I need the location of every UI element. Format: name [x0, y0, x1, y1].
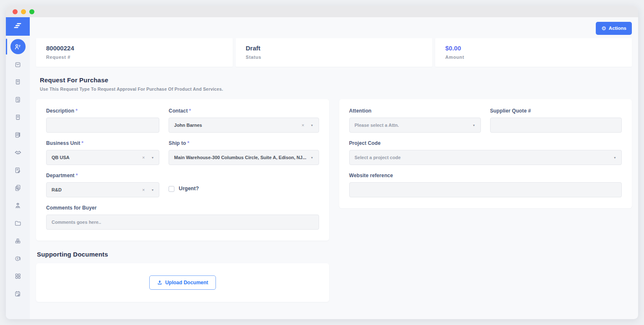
request-number-label: Request # — [46, 55, 223, 60]
request-number-value: 80000224 — [46, 45, 223, 52]
attention-label: Attention — [349, 108, 372, 114]
website-reference-label: Website reference — [349, 173, 393, 178]
chevron-down-icon[interactable]: ▼ — [613, 156, 616, 159]
document-edit-icon — [14, 166, 22, 174]
required-marker: * — [76, 173, 78, 178]
page-subtitle: Use This Request Type To Request Approva… — [40, 86, 628, 92]
department-select[interactable]: R&D × ▼ — [46, 182, 159, 197]
sidebar-item-inventory[interactable] — [6, 232, 30, 249]
comments-field: Comments for Buyer — [46, 205, 319, 230]
ship-to-select[interactable]: Main Warehouse-300 Columbus Circle, Suit… — [169, 150, 319, 165]
sidebar-item-planner[interactable] — [6, 285, 30, 302]
attention-field: Attention Please select a Attn. ▼ — [349, 108, 481, 133]
required-marker: * — [75, 108, 78, 114]
website-reference-field: Website reference — [349, 173, 622, 197]
invoice-icon — [14, 78, 22, 86]
sidebar-item-invoices[interactable] — [6, 73, 30, 91]
contact-select-value: John Barnes — [174, 123, 202, 128]
department-field: Department* R&D × ▼ — [46, 173, 159, 197]
chevron-down-icon[interactable]: ▼ — [151, 189, 154, 191]
sidebar: $ — [6, 17, 30, 319]
actions-button[interactable]: ⚙ Actions — [596, 22, 632, 35]
apps-grid-icon — [14, 272, 22, 280]
sidebar-item-receipts[interactable] — [6, 108, 30, 126]
details-form-card: Attention Please select a Attn. ▼ Suppli… — [339, 99, 632, 208]
folder-icon — [14, 219, 22, 227]
supporting-documents-card: Upload Document — [36, 263, 329, 302]
close-window-button[interactable] — [13, 9, 18, 14]
chevron-down-icon[interactable]: ▼ — [311, 124, 314, 127]
handshake-icon — [14, 148, 22, 157]
contacts-request-icon — [10, 39, 26, 54]
app-logo[interactable] — [6, 17, 30, 36]
minimize-window-button[interactable] — [21, 9, 26, 14]
business-unit-select-value: QB USA — [52, 155, 70, 160]
page-title: Request For Purchase — [40, 76, 628, 84]
project-code-label: Project Code — [349, 140, 381, 146]
notepad-pen-icon — [14, 131, 22, 139]
required-marker: * — [189, 108, 191, 114]
comments-input[interactable] — [46, 215, 319, 230]
main-content: ⚙ Actions 80000224 Request # Draft Statu… — [30, 17, 638, 319]
sidebar-item-contracts[interactable] — [6, 161, 30, 179]
svg-text:$: $ — [17, 257, 18, 260]
request-number-card: 80000224 Request # — [36, 38, 233, 67]
upload-document-button[interactable]: Upload Document — [149, 275, 216, 290]
upload-document-label: Upload Document — [165, 280, 208, 286]
clear-icon[interactable]: × — [301, 123, 304, 128]
urgent-label: Urgent? — [179, 186, 199, 191]
chevron-down-icon[interactable]: ▼ — [311, 156, 314, 159]
comments-label: Comments for Buyer — [46, 205, 97, 211]
document-check-icon — [14, 96, 22, 104]
purchase-form-card: Description* Contact* John Barnes × ▼ — [36, 99, 329, 241]
sidebar-item-finance[interactable]: $ — [6, 249, 30, 267]
required-marker: * — [81, 140, 83, 146]
project-code-field: Project Code Select a project code ▼ — [349, 140, 622, 165]
department-select-value: R&D — [52, 187, 62, 192]
description-input[interactable] — [46, 118, 159, 133]
maximize-window-button[interactable] — [29, 9, 34, 14]
documents-copy-icon — [14, 184, 22, 192]
contact-field: Contact* John Barnes × ▼ — [169, 108, 319, 133]
sidebar-item-orders[interactable] — [6, 55, 30, 73]
sidebar-item-approvals[interactable] — [6, 91, 30, 108]
inventory-boxes-icon — [14, 237, 22, 245]
stats-row: 80000224 Request # Draft Status $0.00 Am… — [36, 38, 632, 67]
app-window: $ — [6, 6, 638, 319]
supplier-quote-label: Supplier Quote # — [490, 108, 531, 114]
chevron-down-icon[interactable]: ▼ — [151, 156, 154, 159]
amount-label: Amount — [445, 55, 622, 60]
ship-to-field: Ship to* Main Warehouse-300 Columbus Cir… — [169, 140, 319, 165]
finance-coin-icon: $ — [14, 254, 22, 262]
supplier-quote-field: Supplier Quote # — [490, 108, 622, 133]
clear-icon[interactable]: × — [142, 187, 145, 192]
upload-icon — [157, 280, 163, 286]
status-card: Draft Status — [236, 38, 432, 67]
required-marker: * — [187, 140, 190, 146]
sidebar-item-apps[interactable] — [6, 267, 30, 285]
project-code-select-placeholder: Select a project code — [355, 155, 401, 160]
description-label: Description — [46, 108, 74, 114]
chevron-down-icon[interactable]: ▼ — [473, 124, 475, 127]
sidebar-item-quotes[interactable] — [6, 126, 30, 144]
contact-select[interactable]: John Barnes × ▼ — [169, 118, 319, 133]
project-code-select[interactable]: Select a project code ▼ — [349, 150, 622, 165]
ship-to-select-value: Main Warehouse-300 Columbus Circle, Suit… — [174, 155, 306, 160]
amount-card: $0.00 Amount — [435, 38, 632, 67]
business-unit-select[interactable]: QB USA × ▼ — [46, 150, 159, 165]
urgent-checkbox[interactable] — [169, 186, 174, 192]
sidebar-item-files[interactable] — [6, 214, 30, 232]
department-label: Department — [46, 173, 75, 178]
sidebar-item-documents[interactable] — [6, 179, 30, 197]
clear-icon[interactable]: × — [142, 155, 145, 160]
website-reference-input[interactable] — [349, 182, 622, 197]
sidebar-item-suppliers[interactable] — [6, 144, 30, 161]
attention-select[interactable]: Please select a Attn. ▼ — [349, 118, 481, 133]
sidebar-item-couriers[interactable] — [6, 197, 30, 214]
business-unit-field: Business Unit* QB USA × ▼ — [46, 140, 159, 165]
description-field: Description* — [46, 108, 159, 133]
sidebar-item-requests[interactable] — [6, 38, 30, 55]
brand-stripes-icon — [13, 22, 23, 31]
supplier-quote-input[interactable] — [490, 118, 622, 133]
urgent-field: Urgent? — [169, 184, 319, 197]
